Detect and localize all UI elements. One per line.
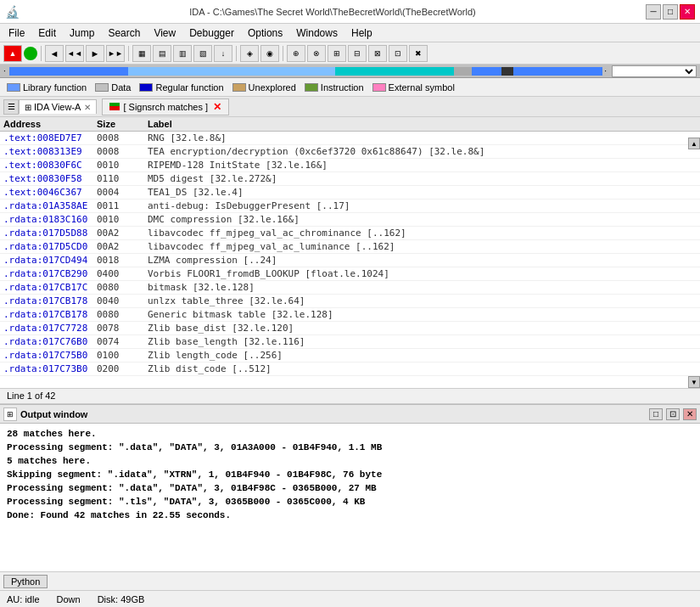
back-button[interactable]: ◄ bbox=[45, 45, 64, 62]
table-row[interactable]: .rdata:01A358AE 0011 anti-debug: IsDebug… bbox=[0, 200, 700, 213]
cell-addr: .rdata:017CB178 bbox=[3, 295, 97, 306]
stop-button[interactable]: ▲ bbox=[3, 45, 22, 62]
nav-label: · bbox=[3, 66, 6, 76]
tb-btn-3[interactable]: ▥ bbox=[173, 45, 192, 62]
col-header-address: Address bbox=[3, 119, 97, 129]
menu-edit[interactable]: Edit bbox=[31, 25, 63, 41]
legend-bar: Library function Data Regular function U… bbox=[0, 78, 700, 97]
tab-matches[interactable]: [ Signsrch matches ] ✕ bbox=[102, 98, 229, 115]
tb-btn-5[interactable]: ↓ bbox=[214, 45, 232, 62]
legend-data: Data bbox=[95, 82, 131, 93]
table-row[interactable]: .rdata:017CB17C 0080 bitmask [32.le.128] bbox=[0, 281, 700, 295]
tab-ida-view[interactable]: ⊞ IDA View-A ✕ bbox=[19, 99, 97, 114]
minimize-button[interactable]: ─ bbox=[646, 4, 661, 20]
table-row[interactable]: .text:008ED7E7 0008 RNG [32.le.8&] bbox=[0, 132, 700, 145]
cell-size: 0080 bbox=[97, 282, 148, 293]
tab-ida-close[interactable]: ✕ bbox=[84, 103, 91, 112]
legend-color-regular bbox=[139, 83, 153, 92]
table-header: Address Size Label bbox=[0, 117, 700, 132]
table-row[interactable]: .text:00830F58 0110 MD5 digest [32.le.27… bbox=[0, 172, 700, 186]
legend-color-external bbox=[372, 83, 386, 92]
tb-btn-6[interactable]: ◈ bbox=[240, 45, 259, 62]
cell-addr: .rdata:017CD494 bbox=[3, 255, 97, 266]
tb-btn-2[interactable]: ▤ bbox=[153, 45, 171, 62]
maximize-button[interactable]: □ bbox=[663, 4, 678, 20]
menu-file[interactable]: File bbox=[2, 25, 31, 41]
tb-btn-13[interactable]: ⊡ bbox=[389, 45, 407, 62]
cell-label: libavcodec ff_mjpeg_val_ac_chrominance [… bbox=[148, 228, 697, 239]
menu-jump[interactable]: Jump bbox=[63, 25, 101, 41]
table-row[interactable]: .rdata:017C75B0 0100 Zlib length_code [.… bbox=[0, 349, 700, 363]
close-button[interactable]: ✕ bbox=[680, 4, 695, 20]
table-row[interactable]: .rdata:017C7728 0078 Zlib base_dist [32.… bbox=[0, 322, 700, 335]
table-row[interactable]: .text:008313E9 0008 TEA encryption/decry… bbox=[0, 145, 700, 159]
tb-btn-4[interactable]: ▧ bbox=[193, 45, 212, 62]
output-icon: ⊞ bbox=[3, 407, 17, 421]
scroll-up-arrow[interactable]: ▲ bbox=[688, 138, 700, 149]
legend-instruction: Instruction bbox=[305, 82, 364, 93]
cell-addr: .text:008313E9 bbox=[3, 146, 97, 157]
nav-dropdown[interactable] bbox=[612, 65, 697, 77]
back2-button[interactable]: ◄◄ bbox=[65, 45, 84, 62]
table-row[interactable]: .rdata:017C76B0 0074 Zlib base_length [3… bbox=[0, 335, 700, 349]
output-close-button[interactable]: ✕ bbox=[683, 408, 697, 420]
table-row[interactable]: .rdata:017D5CD0 00A2 libavcodec ff_mjpeg… bbox=[0, 240, 700, 254]
scroll-down-arrow[interactable]: ▼ bbox=[688, 376, 700, 388]
output-body[interactable]: 28 matches here.Processing segment: ".da… bbox=[0, 424, 700, 571]
cell-size: 00A2 bbox=[97, 228, 148, 239]
menu-search[interactable]: Search bbox=[101, 25, 147, 41]
menu-windows[interactable]: Windows bbox=[289, 25, 344, 41]
cell-label: TEA1_DS [32.le.4] bbox=[148, 187, 697, 198]
table-row[interactable]: .rdata:017CB178 0080 Generic bitmask tab… bbox=[0, 308, 700, 322]
tb-btn-1[interactable]: ▦ bbox=[132, 45, 151, 62]
au-text: AU: bbox=[7, 594, 22, 604]
go-button[interactable] bbox=[24, 47, 37, 60]
tb-btn-12[interactable]: ⊠ bbox=[368, 45, 387, 62]
python-button[interactable]: Python bbox=[3, 575, 48, 588]
table-body[interactable]: .text:008ED7E7 0008 RNG [32.le.8&] .text… bbox=[0, 132, 700, 378]
legend-color-unexplored bbox=[232, 83, 246, 92]
tb-btn-8[interactable]: ⊕ bbox=[287, 45, 305, 62]
output-float-button[interactable]: ⊡ bbox=[666, 408, 680, 420]
cell-addr: .rdata:017CB17C bbox=[3, 282, 97, 293]
table-row[interactable]: .rdata:0183C160 0010 DMC compression [32… bbox=[0, 213, 700, 227]
tab-menu-button[interactable]: ☰ bbox=[3, 99, 19, 115]
disk-text: Disk: 49GB bbox=[98, 594, 145, 604]
menu-view[interactable]: View bbox=[147, 25, 182, 41]
tb-btn-10[interactable]: ⊞ bbox=[328, 45, 346, 62]
table-row[interactable]: .rdata:017CD494 0018 LZMA compression [.… bbox=[0, 254, 700, 267]
tab-matches-close[interactable]: ✕ bbox=[213, 101, 221, 113]
fwd2-button[interactable]: ►► bbox=[106, 45, 125, 62]
table-row[interactable]: .rdata:017CB290 0400 Vorbis FLOOR1_fromd… bbox=[0, 267, 700, 281]
output-line: 5 matches here. bbox=[7, 454, 693, 468]
menu-help[interactable]: Help bbox=[344, 25, 379, 41]
cell-addr: .rdata:0183C160 bbox=[3, 214, 97, 225]
tb-btn-7[interactable]: ◉ bbox=[260, 45, 279, 62]
cell-size: 0010 bbox=[97, 160, 148, 171]
cell-label: RNG [32.le.8&] bbox=[148, 132, 697, 143]
nav-seg-4 bbox=[454, 67, 472, 76]
cell-label: bitmask [32.le.128] bbox=[148, 282, 697, 293]
cell-label: Zlib dist_code [..512] bbox=[148, 363, 697, 374]
legend-label-data: Data bbox=[111, 82, 131, 93]
menu-options[interactable]: Options bbox=[241, 25, 289, 41]
tb-btn-14[interactable]: ✖ bbox=[409, 45, 428, 62]
cell-size: 0200 bbox=[97, 363, 148, 374]
cell-addr: .rdata:017C73B0 bbox=[3, 363, 97, 374]
table-row[interactable]: .rdata:017D5D88 00A2 libavcodec ff_mjpeg… bbox=[0, 227, 700, 240]
table-row[interactable]: .rdata:017CB178 0040 unlzx table_three [… bbox=[0, 295, 700, 308]
cell-label: Vorbis FLOOR1_fromdB_LOOKUP [float.le.10… bbox=[148, 268, 697, 279]
tb-btn-9[interactable]: ⊗ bbox=[307, 45, 326, 62]
table-row[interactable]: .text:0046C367 0004 TEA1_DS [32.le.4] bbox=[0, 186, 700, 200]
output-restore-button[interactable]: □ bbox=[649, 408, 663, 420]
cell-addr: .rdata:017D5D88 bbox=[3, 228, 97, 239]
cell-addr: .rdata:017C76B0 bbox=[3, 336, 97, 347]
menu-debugger[interactable]: Debugger bbox=[182, 25, 241, 41]
table-row[interactable]: .rdata:017C73B0 0200 Zlib dist_code [..5… bbox=[0, 363, 700, 376]
tb-btn-11[interactable]: ⊟ bbox=[348, 45, 367, 62]
status-bar: AU: idle Down Disk: 49GB bbox=[0, 590, 700, 607]
table-row[interactable]: .text:00830F6C 0010 RIPEMD-128 InitState… bbox=[0, 159, 700, 172]
fwd-button[interactable]: ► bbox=[86, 45, 104, 62]
cell-size: 00A2 bbox=[97, 241, 148, 252]
cell-addr: .text:00830F6C bbox=[3, 160, 97, 171]
